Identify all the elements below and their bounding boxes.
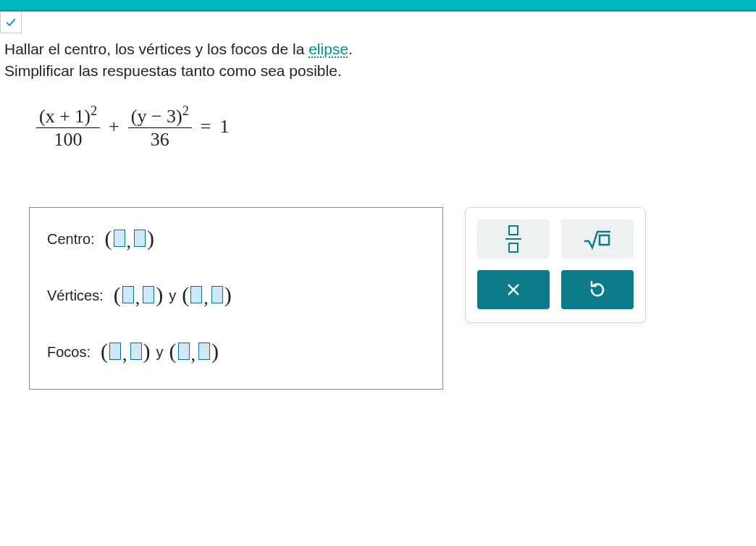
clear-button[interactable]: [477, 270, 550, 309]
prompt-line-1: Hallar el centro, los vértices y los foc…: [4, 41, 752, 58]
vertex1-x-input[interactable]: [122, 286, 134, 303]
fraction-icon: [505, 225, 521, 253]
vertex1-y-input[interactable]: [143, 286, 154, 303]
status-tab[interactable]: [0, 12, 22, 33]
undo-button[interactable]: [561, 270, 634, 309]
equation-rhs: 1: [220, 116, 230, 138]
vertices-label: Vértices:: [47, 287, 104, 304]
close-icon: [505, 282, 521, 298]
prompt-text-1a: Hallar el centro, los vértices y los foc…: [4, 41, 308, 57]
focus1-x-input[interactable]: [109, 343, 121, 360]
fraction-button[interactable]: [477, 219, 550, 259]
y-separator: y: [163, 287, 182, 304]
plus-operator: +: [107, 116, 121, 138]
term1-denominator: 100: [54, 128, 83, 149]
centro-y-input[interactable]: [134, 230, 146, 247]
term2-numerator-base: (y − 3): [131, 106, 182, 127]
ellipse-link[interactable]: elipse: [308, 41, 348, 57]
term2-exponent: 2: [182, 104, 189, 118]
focus2-input: ( , ): [169, 341, 219, 363]
open-paren: (: [105, 227, 112, 249]
focos-label: Focos:: [47, 344, 91, 361]
vertex2-y-input[interactable]: [211, 286, 223, 303]
ellipse-equation: (x + 1)2 100 + (y − 3)2 36 = 1: [36, 104, 752, 149]
vertex2-input: ( , ): [182, 285, 232, 306]
math-tool-panel: [465, 207, 646, 323]
focus1-y-input[interactable]: [130, 343, 142, 360]
answer-panel: Centro: ( , ) Vértices: ( , ): [29, 207, 443, 390]
term2-denominator: 36: [151, 128, 169, 149]
centro-label: Centro:: [47, 231, 95, 248]
undo-icon: [589, 281, 606, 298]
vertex2-x-input[interactable]: [190, 286, 202, 303]
close-paren: ): [147, 227, 154, 249]
term1-exponent: 2: [91, 104, 97, 118]
header-bar: [0, 0, 756, 12]
prompt-line-2: Simplificar las respuestas tanto como se…: [4, 62, 752, 80]
focus2-y-input[interactable]: [198, 343, 210, 360]
prompt-text-1b: .: [348, 41, 353, 57]
equals-operator: =: [199, 116, 213, 138]
svg-rect-0: [600, 235, 609, 245]
fraction-term-1: (x + 1)2 100: [36, 104, 100, 149]
centro-input: ( , ): [105, 228, 155, 250]
centro-x-input[interactable]: [114, 230, 125, 247]
check-icon: [5, 17, 17, 28]
comma: ,: [127, 231, 133, 253]
vertex1-input: ( , ): [114, 285, 164, 306]
focus2-x-input[interactable]: [178, 343, 190, 360]
term1-numerator-base: (x + 1): [39, 106, 91, 127]
problem-content: Hallar el centro, los vértices y los foc…: [0, 33, 756, 390]
vertices-row: Vértices: ( , ) y ( , ): [47, 285, 425, 306]
focos-row: Focos: ( , ) y ( , ): [47, 341, 425, 363]
centro-row: Centro: ( , ): [47, 228, 425, 250]
y-separator: y: [151, 344, 169, 361]
focus1-input: ( , ): [101, 341, 151, 363]
sqrt-icon: [583, 228, 612, 250]
fraction-term-2: (y − 3)2 36: [128, 104, 192, 149]
sqrt-button[interactable]: [561, 219, 634, 259]
